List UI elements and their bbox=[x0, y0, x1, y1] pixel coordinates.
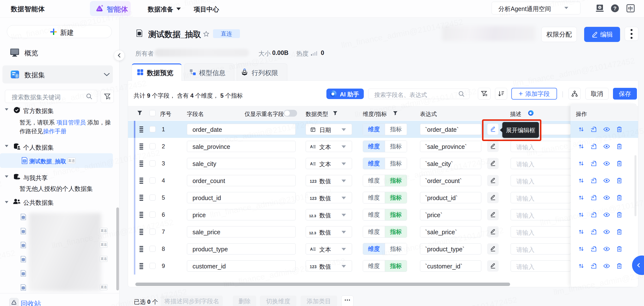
svg-text:A: A bbox=[310, 145, 313, 149]
svg-text:中: 中 bbox=[628, 6, 633, 11]
svg-text:A: A bbox=[310, 162, 313, 166]
svg-text:?: ? bbox=[613, 5, 616, 11]
svg-text:A: A bbox=[310, 247, 313, 251]
